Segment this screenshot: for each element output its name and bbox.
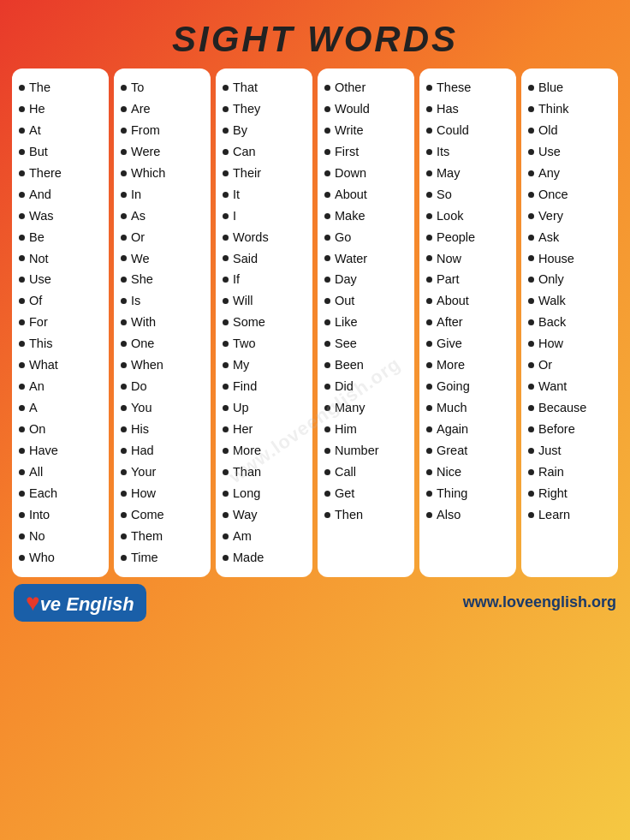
list-item: If [223,269,306,290]
bullet-icon [528,149,534,155]
list-item: From [121,120,204,141]
word-label: Out [335,290,354,312]
bullet-icon [528,341,534,347]
list-item: Had [121,440,204,462]
word-label: Give [437,333,462,354]
list-item: No [19,526,102,547]
bullet-icon [528,298,534,304]
word-label: About [437,290,469,312]
bullet-icon [223,426,229,432]
word-label: Has [437,98,459,120]
column-6: BlueThinkOldUseAnyOnceVeryAskHouseOnlyWa… [521,69,618,577]
list-item: Water [324,248,407,270]
list-item: On [19,419,102,440]
list-item: The [19,77,102,98]
word-label: Do [131,376,147,397]
list-item: Can [223,141,306,163]
word-label: How [538,333,563,354]
word-label: Think [538,98,568,120]
list-item: By [223,120,306,141]
word-label: No [29,526,45,547]
bullet-icon [528,405,534,411]
list-item: Way [223,504,306,526]
list-item: Out [324,290,407,312]
bullet-icon [426,277,432,283]
list-item: In [121,184,204,206]
word-label: House [538,248,574,270]
list-item: It [223,184,306,206]
list-item: Is [121,290,204,312]
list-item: For [19,312,102,333]
list-item: Two [223,333,306,354]
list-item: Great [426,440,509,462]
word-label: Go [335,227,351,248]
word-label: Just [538,440,562,462]
bullet-icon [324,319,330,325]
word-label: So [437,184,452,206]
list-item: Am [223,526,306,547]
list-item: Get [324,483,407,504]
bullet-icon [528,469,534,475]
bullet-icon [324,426,330,432]
bullet-icon [121,85,127,91]
word-label: See [335,333,357,354]
list-item: Go [324,227,407,248]
bullet-icon [426,426,432,432]
word-label: Come [131,504,164,526]
word-label: Which [131,163,165,184]
list-item: Much [426,397,509,419]
bullet-icon [528,170,534,176]
word-label: Her [233,419,253,440]
list-item: You [121,397,204,419]
word-label: What [29,354,58,376]
word-label: Up [233,397,249,419]
page-title: SIGHT WORDS [9,9,621,69]
list-item: Find [223,376,306,397]
list-item: Was [19,206,102,227]
word-label: On [29,419,45,440]
word-label: People [437,227,475,248]
bullet-icon [528,448,534,454]
list-item: Old [528,120,611,141]
word-label: Than [233,462,261,483]
list-item: Up [223,397,306,419]
bullet-icon [426,362,432,368]
list-item: More [223,440,306,462]
bullet-icon [324,341,330,347]
word-label: Way [233,504,257,526]
bullet-icon [223,106,229,112]
list-item: Once [528,184,611,206]
word-label: She [131,269,153,290]
list-item: With [121,312,204,333]
word-label: Number [335,440,379,462]
word-label: Make [335,206,365,227]
bullet-icon [426,384,432,390]
bullet-icon [324,491,330,497]
word-label: Did [335,376,354,397]
word-label: I [233,206,236,227]
word-label: Been [335,354,364,376]
word-label: After [437,312,463,333]
bullet-icon [121,555,127,561]
list-item: Made [223,547,306,569]
list-item: Their [223,163,306,184]
list-item: Has [426,98,509,120]
bullet-icon [19,426,25,432]
bullet-icon [121,319,127,325]
word-label: Were [131,141,160,163]
word-label: Other [335,77,366,98]
list-item: All [19,462,102,483]
bullet-icon [121,448,127,454]
bullet-icon [19,106,25,112]
bullet-icon [121,192,127,198]
list-item: Learn [528,504,611,526]
list-item: Part [426,269,509,290]
word-label: This [29,333,52,354]
bullet-icon [121,149,127,155]
bullet-icon [19,319,25,325]
bullet-icon [324,106,330,112]
bullet-icon [19,149,25,155]
word-label: Any [538,163,560,184]
bullet-icon [19,235,25,241]
word-label: All [29,462,43,483]
